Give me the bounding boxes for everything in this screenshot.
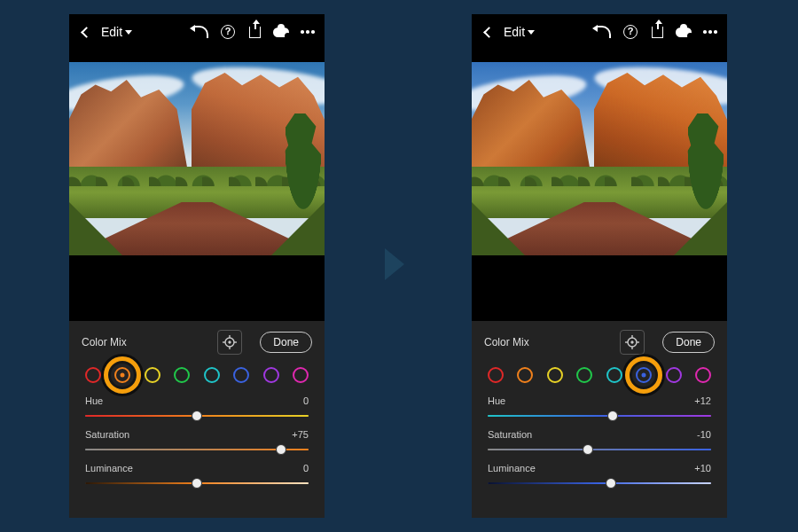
swatch-yellow[interactable] (145, 367, 160, 383)
saturation-value: +75 (292, 429, 309, 440)
swatch-blue[interactable] (636, 367, 652, 383)
back-button[interactable] (78, 24, 94, 40)
chevron-left-icon (81, 27, 92, 38)
targeted-adjustment-button[interactable] (620, 330, 645, 355)
hue-value: 0 (303, 395, 309, 406)
luminance-slider[interactable] (488, 477, 711, 489)
luminance-value: 0 (303, 463, 309, 473)
hue-thumb[interactable] (192, 411, 202, 421)
undo-icon (597, 26, 611, 38)
color-swatch-row (69, 358, 325, 390)
swatch-blue[interactable] (233, 367, 249, 383)
share-button[interactable] (246, 24, 262, 40)
top-bar: Edit ? (472, 14, 727, 50)
target-icon (223, 335, 237, 349)
target-icon (625, 335, 639, 349)
caret-down-icon (528, 30, 535, 35)
share-icon (652, 27, 663, 38)
edit-menu[interactable]: Edit (101, 25, 132, 39)
swatch-yellow[interactable] (547, 367, 563, 383)
luminance-thumb[interactable] (606, 478, 616, 489)
done-button[interactable]: Done (260, 332, 312, 353)
color-swatch-row (472, 358, 727, 390)
svg-point-1 (229, 341, 231, 343)
swatch-green[interactable] (174, 367, 190, 383)
swatch-red[interactable] (85, 367, 101, 383)
color-mix-panel: Color Mix Done Hue0 Saturation+75 (69, 321, 325, 518)
swatch-orange[interactable] (114, 367, 130, 383)
saturation-value: -10 (697, 429, 711, 440)
cloud-sync-button[interactable] (273, 24, 289, 40)
swatch-magenta[interactable] (293, 367, 309, 383)
cloud-icon (273, 27, 289, 37)
undo-button[interactable] (193, 24, 209, 40)
help-button[interactable]: ? (220, 24, 236, 40)
caret-down-icon (125, 30, 132, 35)
hue-thumb[interactable] (607, 411, 618, 421)
panel-title: Color Mix (484, 336, 529, 348)
done-button[interactable]: Done (662, 332, 715, 353)
edit-menu[interactable]: Edit (504, 25, 535, 39)
cloud-icon (676, 27, 692, 37)
luminance-slider[interactable] (85, 477, 309, 489)
saturation-slider[interactable] (85, 443, 309, 456)
edit-label: Edit (101, 25, 122, 39)
swatch-aqua[interactable] (204, 367, 220, 383)
transition-arrow (385, 248, 404, 280)
share-button[interactable] (649, 24, 665, 40)
cloud-sync-button[interactable] (676, 24, 692, 40)
swatch-purple[interactable] (263, 367, 279, 383)
share-icon (249, 27, 261, 38)
top-bar: Edit ? (69, 14, 325, 50)
luminance-label: Luminance (488, 463, 536, 473)
panel-title: Color Mix (82, 336, 127, 348)
targeted-adjustment-button[interactable] (217, 330, 242, 355)
more-icon (301, 30, 315, 34)
luminance-label: Luminance (85, 463, 133, 473)
photo-preview[interactable] (69, 62, 325, 255)
swatch-magenta[interactable] (695, 367, 711, 383)
swatch-aqua[interactable] (606, 367, 622, 383)
luminance-value: +10 (694, 463, 711, 473)
help-icon: ? (623, 25, 638, 39)
swatch-green[interactable] (576, 367, 592, 383)
svg-point-7 (631, 341, 633, 343)
more-icon (703, 30, 717, 34)
chevron-left-icon (483, 27, 495, 38)
screen-before: Edit ? Color Mix (69, 14, 325, 518)
swatch-red[interactable] (488, 367, 504, 383)
hue-slider[interactable] (85, 410, 309, 422)
hue-label: Hue (85, 395, 103, 406)
more-button[interactable] (702, 24, 718, 40)
more-button[interactable] (300, 24, 316, 40)
back-button[interactable] (481, 24, 497, 40)
saturation-thumb[interactable] (276, 444, 286, 455)
photo-preview[interactable] (472, 62, 727, 255)
swatch-orange[interactable] (517, 367, 533, 383)
swatch-purple[interactable] (666, 367, 682, 383)
help-icon: ? (221, 25, 235, 39)
edit-label: Edit (504, 25, 525, 39)
saturation-label: Saturation (488, 429, 532, 440)
screen-after: Edit ? Color Mix (472, 14, 727, 518)
undo-button[interactable] (596, 24, 612, 40)
saturation-slider[interactable] (488, 443, 711, 456)
hue-value: +12 (694, 395, 711, 406)
undo-icon (194, 26, 208, 38)
hue-slider[interactable] (488, 410, 711, 422)
color-mix-panel: Color Mix Done Hue+12 Saturation-10 (472, 321, 727, 518)
luminance-thumb[interactable] (192, 478, 202, 489)
saturation-label: Saturation (85, 429, 129, 440)
saturation-thumb[interactable] (583, 444, 593, 455)
help-button[interactable]: ? (622, 24, 638, 40)
hue-label: Hue (488, 395, 505, 406)
